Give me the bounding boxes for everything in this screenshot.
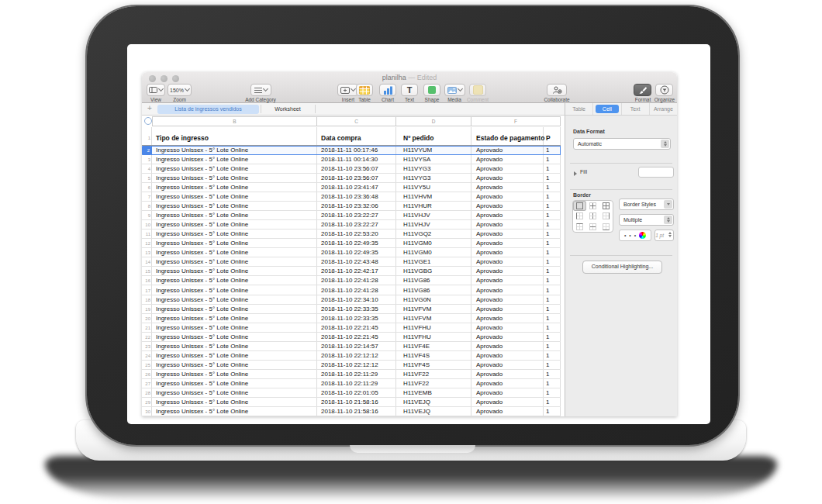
cell-tipo[interactable]: Ingresso Unissex - 5° Lote Online xyxy=(156,333,248,342)
format-button[interactable] xyxy=(634,84,651,96)
border-outer-button[interactable] xyxy=(573,201,586,211)
table-row[interactable]: 10 Ingresso Unissex - 5° Lote Online 201… xyxy=(142,220,561,230)
cell-estado[interactable]: Aprovado xyxy=(476,257,503,267)
cell-tipo[interactable]: Ingresso Unissex - 5° Lote Online xyxy=(156,211,248,220)
table-row[interactable]: 5 Ingresso Unissex - 5° Lote Online 2018… xyxy=(142,174,561,183)
row-number[interactable]: 2 xyxy=(142,146,150,155)
cell-p[interactable]: 1 xyxy=(546,257,549,267)
cell-estado[interactable]: Aprovado xyxy=(476,183,503,192)
cell-pedido[interactable]: H11VGE1 xyxy=(403,257,430,267)
cell-tipo[interactable]: Ingresso Unissex - 5° Lote Online xyxy=(156,379,248,388)
row-number[interactable]: 6 xyxy=(142,183,150,192)
row-number[interactable]: 25 xyxy=(142,361,150,370)
stepper-icon[interactable] xyxy=(664,216,672,224)
collaborate-button[interactable] xyxy=(547,84,567,96)
row-number[interactable]: 16 xyxy=(142,276,150,285)
cell-tipo[interactable]: Ingresso Unissex - 5° Lote Online xyxy=(156,267,248,276)
cell-tipo[interactable]: Ingresso Unissex - 5° Lote Online xyxy=(156,388,248,398)
cell-estado[interactable]: Aprovado xyxy=(476,305,503,314)
row-number[interactable]: 26 xyxy=(142,370,150,379)
text-button[interactable]: T xyxy=(401,84,418,96)
cell-pedido[interactable]: H11VG0N xyxy=(403,295,431,305)
cell-estado[interactable]: Aprovado xyxy=(476,220,503,230)
table-row[interactable]: 24 Ingresso Unissex - 5° Lote Online 201… xyxy=(142,351,561,361)
row-number[interactable]: 23 xyxy=(142,342,150,351)
color-wheel-icon[interactable] xyxy=(639,232,646,239)
tab-cell[interactable]: Cell xyxy=(593,103,621,115)
cell-p[interactable]: 1 xyxy=(546,370,549,379)
cell-data-compra[interactable]: 2018-11-10 22:33:35 xyxy=(321,314,378,323)
cell-pedido[interactable]: H11VY5U xyxy=(403,183,430,192)
border-inner-button[interactable] xyxy=(586,201,599,211)
stepper-icon[interactable] xyxy=(664,200,672,209)
row-number[interactable]: 1 xyxy=(142,136,150,140)
table-row[interactable]: 7 Ingresso Unissex - 5° Lote Online 2018… xyxy=(142,192,561,202)
table-row[interactable]: 12 Ingresso Unissex - 5° Lote Online 201… xyxy=(142,239,561,248)
border-right-button[interactable] xyxy=(599,211,613,221)
zoom-button[interactable]: 150% xyxy=(168,84,192,96)
cell-estado[interactable]: Aprovado xyxy=(476,407,503,416)
comment-button[interactable] xyxy=(469,84,486,96)
cell-p[interactable]: 1 xyxy=(546,361,549,370)
header-tipo-de-ingresso[interactable]: Tipo de ingresso xyxy=(156,134,209,142)
cell-pedido[interactable]: H11VYG3 xyxy=(403,174,430,183)
table-row[interactable]: 15 Ingresso Unissex - 5° Lote Online 201… xyxy=(142,267,561,276)
cell-data-compra[interactable]: 2018-11-10 21:58:16 xyxy=(321,407,378,416)
cell-pedido[interactable]: H11VHVM xyxy=(403,192,432,202)
cell-p[interactable]: 1 xyxy=(546,267,549,276)
cell-p[interactable]: 1 xyxy=(546,305,549,314)
border-styles-popup[interactable]: Border Styles xyxy=(619,198,674,210)
cell-data-compra[interactable]: 2018-11-10 23:41:47 xyxy=(321,183,378,192)
cell-estado[interactable]: Aprovado xyxy=(476,333,503,342)
cell-pedido[interactable]: H11VF22 xyxy=(403,370,429,379)
cell-estado[interactable]: Aprovado xyxy=(476,202,503,211)
cell-data-compra[interactable]: 2018-11-11 00:14:30 xyxy=(321,155,378,164)
cell-p[interactable]: 1 xyxy=(546,295,549,305)
cell-pedido[interactable]: H11VHUR xyxy=(403,202,432,211)
row-number[interactable]: 4 xyxy=(142,164,150,174)
cell-tipo[interactable]: Ingresso Unissex - 5° Lote Online xyxy=(156,407,248,416)
cell-pedido[interactable]: H11VEJQ xyxy=(403,398,430,407)
cell-p[interactable]: 1 xyxy=(546,379,549,388)
border-horizontal-button[interactable] xyxy=(586,222,599,232)
cell-estado[interactable]: Aprovado xyxy=(476,323,503,333)
view-button[interactable] xyxy=(147,84,165,96)
cell-estado[interactable]: Aprovado xyxy=(476,267,503,276)
stepper-icon[interactable] xyxy=(668,232,672,237)
cell-pedido[interactable]: H11VFHU xyxy=(403,333,431,342)
cell-data-compra[interactable]: 2018-11-10 22:53:20 xyxy=(321,230,378,239)
row-number[interactable]: 12 xyxy=(142,239,150,248)
cell-tipo[interactable]: Ingresso Unissex - 5° Lote Online xyxy=(156,257,248,267)
insert-button[interactable] xyxy=(337,84,358,96)
table-row[interactable]: Ingresso Unissex - 5° Lote Online 2018-1… xyxy=(142,146,561,155)
table-row[interactable]: 17 Ingresso Unissex - 5° Lote Online 201… xyxy=(142,286,561,295)
cell-p[interactable]: 1 xyxy=(546,220,549,230)
cell-p[interactable]: 1 xyxy=(546,276,549,285)
cell-data-compra[interactable]: 2018-11-10 23:56:07 xyxy=(321,164,378,174)
cell-tipo[interactable]: Ingresso Unissex - 5° Lote Online xyxy=(156,305,248,314)
row-number[interactable]: 22 xyxy=(142,333,150,342)
row-number[interactable]: 9 xyxy=(142,211,150,220)
cell-estado[interactable]: Aprovado xyxy=(476,379,503,388)
header-data-compra[interactable]: Data compra xyxy=(321,134,361,142)
table-row[interactable]: 18 Ingresso Unissex - 5° Lote Online 201… xyxy=(142,295,561,305)
cell-tipo[interactable]: Ingresso Unissex - 5° Lote Online xyxy=(156,370,248,379)
cell-p[interactable]: 1 xyxy=(546,342,549,351)
row-number[interactable]: 3 xyxy=(142,155,150,164)
table-row[interactable]: 19 Ingresso Unissex - 5° Lote Online 201… xyxy=(142,305,561,314)
cell-pedido[interactable]: H11VGQ2 xyxy=(403,230,431,239)
cell-estado[interactable]: Aprovado xyxy=(476,192,503,202)
cell-tipo[interactable]: Ingresso Unissex - 5° Lote Online xyxy=(156,276,248,285)
cell-tipo[interactable]: Ingresso Unissex - 5° Lote Online xyxy=(156,230,248,239)
cell-estado[interactable]: Aprovado xyxy=(476,361,503,370)
table-button[interactable] xyxy=(356,84,373,96)
cell-data-compra[interactable]: 2018-11-10 22:14:57 xyxy=(321,342,378,351)
cell-data-compra[interactable]: 2018-11-10 23:56:07 xyxy=(321,174,378,183)
table-row[interactable]: 9 Ingresso Unissex - 5° Lote Online 2018… xyxy=(142,211,561,220)
border-vertical-button[interactable] xyxy=(586,211,599,221)
cell-pedido[interactable]: H11VFVM xyxy=(403,305,431,314)
cell-tipo[interactable]: Ingresso Unissex - 5° Lote Online xyxy=(156,361,248,370)
cell-data-compra[interactable]: 2018-11-10 22:43:48 xyxy=(321,257,378,267)
cell-p[interactable]: 1 xyxy=(546,286,549,295)
cell-pedido[interactable]: H11VG86 xyxy=(403,286,430,295)
